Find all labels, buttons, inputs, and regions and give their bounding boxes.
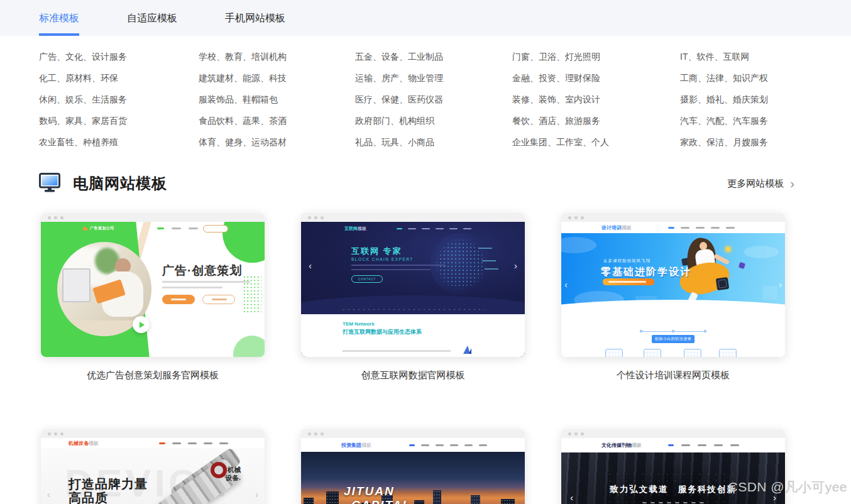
mini-secondary-button <box>202 295 235 304</box>
text-placeholder-bar <box>343 350 451 352</box>
tab-adaptive-template[interactable]: 自适应模板 <box>127 0 177 36</box>
chrome-dot <box>54 216 57 219</box>
category-link[interactable]: 装修、装饰、室内设计 <box>512 91 680 112</box>
category-link[interactable]: 食品饮料、蔬果、茶酒 <box>199 112 355 134</box>
carousel-next-icon: › <box>779 280 782 289</box>
sail-logo-graphic <box>463 346 470 354</box>
mini-hero-headline: JITUAN <box>344 485 395 498</box>
mountain-logo-icon <box>82 226 88 231</box>
template-card-title[interactable]: 优选广告创意策划服务官网模板 <box>41 370 265 381</box>
mini-hero-dark: 互联网模板 互联网 专家 BLO <box>301 222 525 314</box>
feature-icon-placeholder <box>644 349 661 357</box>
tab-mobile-template[interactable]: 手机网站模板 <box>225 0 285 36</box>
mini-feature-title: TEM Network <box>343 321 375 327</box>
chrome-dot <box>60 216 63 219</box>
mini-site-header: 投资集团模板 <box>301 438 525 452</box>
browser-chrome <box>301 429 525 438</box>
monitor-icon <box>39 173 60 195</box>
mini-contact-button: CONTACT <box>351 275 383 283</box>
mini-hero-subtitle: BLOCK CHAIN EXPERT <box>351 257 414 261</box>
category-link[interactable]: 金融、投资、理财保险 <box>512 70 680 91</box>
tab-standard-template[interactable]: 标准模板 <box>39 0 79 36</box>
chrome-dot <box>314 432 317 436</box>
mini-site-logo: 文化传媒刊物模板 <box>601 442 642 449</box>
carousel-next-icon: › <box>255 490 258 499</box>
globe-label-bar <box>478 248 492 249</box>
template-card-advertising[interactable]: 广告策划公司 广 <box>41 213 265 357</box>
category-link[interactable]: 五金、设备、工业制品 <box>355 48 512 70</box>
mini-feature-subtitle: 打造互联网数据与应用生态体系 <box>343 328 422 336</box>
mini-hero-cityscape: JITUAN CAPITAL 具有资产管理理念的金融机构 <box>301 452 525 504</box>
template-card-title[interactable]: 个性设计培训课程网页模板 <box>561 370 785 381</box>
category-link[interactable]: 休闲、娱乐、生活服务 <box>39 91 199 112</box>
template-card-machinery[interactable]: DEVICE 机械设备模板 <box>41 429 265 504</box>
carousel-prev-icon: ‹ <box>570 493 573 502</box>
browser-chrome <box>301 213 525 222</box>
mini-cta-button: 初级小白的职业进修 <box>652 335 695 343</box>
chrome-dot <box>581 216 584 219</box>
feature-icon-placeholder <box>684 349 701 357</box>
csdn-watermark: CSDN @凡小可yee <box>728 478 847 496</box>
category-link[interactable]: 学校、教育、培训机构 <box>199 48 355 70</box>
category-link[interactable]: 工商、法律、知识产权 <box>680 70 807 91</box>
template-card-internet[interactable]: 互联网模板 互联网 专家 BLO <box>301 213 525 357</box>
category-link[interactable]: 医疗、保健、医药仪器 <box>355 91 512 112</box>
category-link[interactable]: 餐饮、酒店、旅游服务 <box>512 112 680 134</box>
mini-logo-rest: 模板 <box>89 441 99 446</box>
mini-logo-rest: 模板 <box>622 225 632 231</box>
mini-logo-text: 广告策划公司 <box>90 226 114 231</box>
page-title: 电脑网站模板 <box>73 173 167 194</box>
category-link[interactable]: 农业畜牲、种植养殖 <box>39 134 199 155</box>
mini-logo-accent: 投资集团 <box>341 442 361 448</box>
template-card-title[interactable]: 创意互联网数据官网模板 <box>301 370 525 381</box>
template-screenshot: 互联网模板 互联网 专家 BLO <box>301 222 525 357</box>
category-link[interactable]: IT、软件、互联网 <box>680 48 807 70</box>
text-placeholder-bar <box>351 265 446 266</box>
chrome-dot <box>321 216 324 219</box>
selection-frame <box>641 331 705 332</box>
category-link[interactable]: 门窗、卫浴、灯光照明 <box>512 48 680 70</box>
mini-site-header: 文化传媒刊物模板 <box>561 438 785 452</box>
browser-chrome <box>561 213 785 222</box>
chrome-dot <box>308 432 311 436</box>
mini-hero-headline: 互联网 专家 <box>351 246 402 257</box>
mini-logo-rest: 模板 <box>361 442 371 448</box>
category-link[interactable]: 家政、保洁、月嫂服务 <box>680 134 807 155</box>
category-link[interactable]: 汽车、汽配、汽车服务 <box>680 112 807 134</box>
category-link[interactable]: 化工、原材料、环保 <box>39 70 199 91</box>
category-link[interactable]: 摄影、婚礼、婚庆策划 <box>680 91 807 112</box>
text-placeholder-bar <box>162 281 250 283</box>
category-link[interactable]: 广告、文化、设计服务 <box>39 48 199 70</box>
category-link[interactable]: 礼品、玩具、小商品 <box>355 134 512 155</box>
ps-icon <box>716 277 729 290</box>
chrome-dot <box>54 432 57 436</box>
mini-site-header: 互联网模板 <box>301 225 525 233</box>
browser-chrome <box>41 429 265 438</box>
template-type-tabbar: 标准模板 自适应模板 手机网站模板 <box>0 0 851 36</box>
category-link[interactable]: 政府部门、机构组织 <box>355 112 512 134</box>
template-cards-row-1: 广告策划公司 广 <box>41 213 851 410</box>
mini-orange-pill-button <box>603 278 654 285</box>
browser-chrome <box>561 429 785 438</box>
category-link[interactable]: 体育、健身、运动器材 <box>199 134 355 155</box>
mini-hero-headline: 零基础进阶学设计 <box>601 266 691 279</box>
category-link[interactable]: 运输、房产、物业管理 <box>355 70 512 91</box>
mini-site-logo: 互联网模板 <box>344 226 366 232</box>
carousel-next-icon: › <box>514 261 517 270</box>
category-link[interactable]: 数码、家具、家居百货 <box>39 112 199 134</box>
text-placeholder-bar <box>162 287 222 288</box>
mini-hero-headline: 打造品牌力量 高品质 <box>69 477 148 504</box>
template-card-investment[interactable]: 投资集团模板 <box>301 429 525 504</box>
category-link[interactable]: 服装饰品、鞋帽箱包 <box>199 91 355 112</box>
carousel-prev-icon: ‹ <box>309 261 312 270</box>
mini-logo-accent: 设计培训 <box>601 225 622 231</box>
floating-cube-decor <box>738 262 745 269</box>
mini-logo-accent: 文化传媒刊物 <box>601 442 632 448</box>
chrome-dot <box>574 432 578 436</box>
category-link[interactable]: 建筑建材、能源、科技 <box>199 70 355 91</box>
pc-template-section-header: 电脑网站模板 更多网站模板 › <box>39 173 794 194</box>
template-card-design-training[interactable]: 设计培训模板 <box>561 213 785 357</box>
carousel-prev-icon: ‹ <box>47 490 50 499</box>
category-link[interactable]: 企业集团、工作室、个人 <box>512 134 680 155</box>
more-templates-link[interactable]: 更多网站模板 › <box>727 177 794 190</box>
